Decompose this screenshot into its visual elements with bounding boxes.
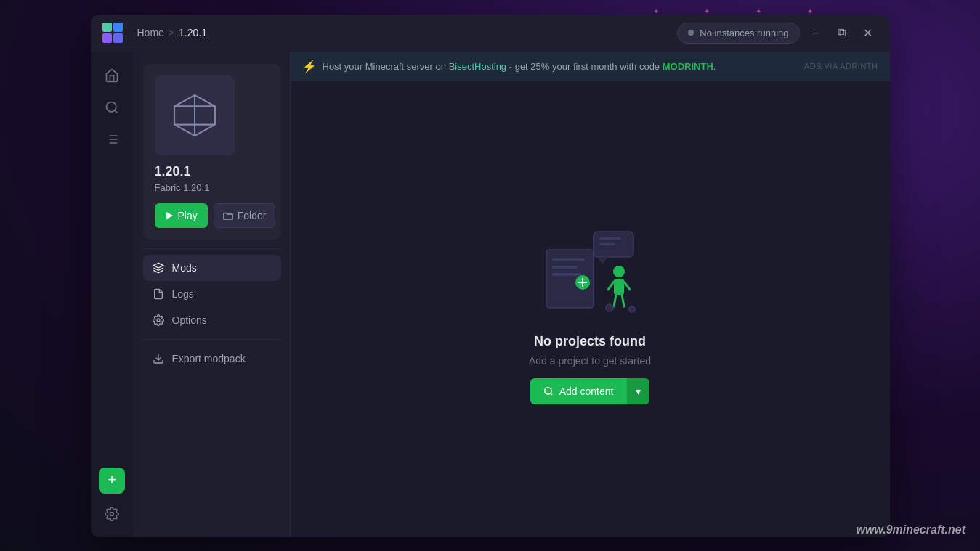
add-content-button[interactable]: Add content: [530, 378, 627, 404]
add-instance-button[interactable]: +: [99, 468, 125, 494]
instance-card: 1.20.1 Fabric 1.20.1 Play Folder: [143, 64, 281, 240]
breadcrumb: Home > 1.20.1: [137, 27, 207, 38]
svg-rect-26: [599, 243, 615, 245]
breadcrumb-current: 1.20.1: [179, 27, 207, 38]
instances-dot: [688, 30, 694, 36]
svg-line-1: [115, 110, 118, 113]
svg-rect-17: [552, 258, 585, 261]
svg-rect-19: [552, 273, 581, 276]
logo-sq-1: [102, 23, 112, 32]
svg-rect-25: [599, 237, 621, 240]
ad-promo: MODRINTH: [663, 61, 713, 72]
play-button[interactable]: Play: [155, 203, 208, 228]
export-icon: [152, 353, 165, 364]
options-icon: [152, 314, 165, 326]
logo-sq-3: [102, 33, 112, 43]
nav-item-options[interactable]: Options: [143, 307, 281, 333]
instance-version: Fabric 1.20.1: [155, 182, 270, 193]
watermark: www.9minecraft.net: [856, 523, 965, 536]
svg-point-27: [613, 266, 625, 277]
logo-sq-4: [113, 33, 123, 43]
nav-export-label: Export modpack: [172, 353, 246, 364]
minimize-button[interactable]: –: [806, 23, 826, 43]
breadcrumb-separator: >: [169, 27, 174, 38]
dropdown-chevron-icon: ▾: [636, 385, 641, 397]
ad-link[interactable]: BisectHosting: [449, 61, 506, 72]
instance-name: 1.20.1: [155, 164, 270, 179]
empty-title: No projects found: [534, 334, 646, 349]
ad-prefix: Host your Minecraft server on: [323, 61, 449, 72]
nav-logs-label: Logs: [172, 288, 194, 300]
logs-icon: [152, 288, 165, 300]
sidebar-bottom: +: [97, 468, 126, 528]
nav-item-mods[interactable]: Mods: [143, 255, 281, 281]
sidebar-settings-icon[interactable]: [97, 499, 126, 528]
empty-subtitle: Add a project to get started: [529, 355, 651, 367]
empty-illustration: [525, 213, 655, 322]
ad-label: ADS VIA ADRINTH: [804, 62, 878, 70]
ad-middle: - get 25% your first month with code: [506, 61, 663, 72]
breadcrumb-home[interactable]: Home: [137, 27, 164, 38]
logo-sq-2: [113, 23, 123, 32]
ad-banner: ⚡ Host your Minecraft server on BisectHo…: [291, 52, 890, 81]
add-content-dropdown-button[interactable]: ▾: [626, 378, 649, 404]
sidebar-search-icon[interactable]: [97, 93, 126, 122]
main-layout: +: [91, 52, 890, 537]
maximize-button[interactable]: ⧉: [832, 23, 852, 43]
ad-suffix: .: [713, 61, 716, 72]
svg-point-8: [110, 512, 114, 515]
instance-actions: Play Folder: [155, 203, 270, 228]
empty-state: No projects found Add a project to get s…: [529, 334, 651, 404]
mods-icon: [152, 262, 165, 274]
svg-line-32: [622, 295, 624, 306]
instance-icon: [155, 75, 235, 155]
svg-line-29: [608, 282, 614, 290]
nav-options-label: Options: [172, 314, 207, 326]
svg-line-30: [624, 282, 630, 290]
export-section: Export modpack: [143, 346, 281, 372]
svg-point-34: [629, 306, 635, 312]
title-bar-right: No instances running – ⧉ ✕: [677, 23, 878, 44]
svg-point-35: [544, 388, 551, 394]
app-logo: [102, 23, 123, 43]
play-icon: [165, 211, 174, 220]
folder-button[interactable]: Folder: [214, 203, 276, 228]
svg-point-33: [606, 304, 613, 311]
title-bar: Home > 1.20.1 No instances running – ⧉ ✕: [91, 15, 890, 52]
svg-rect-28: [614, 279, 624, 295]
sidebar-home-icon[interactable]: [97, 61, 126, 90]
add-content-group: Add content ▾: [530, 378, 650, 404]
svg-marker-13: [166, 212, 173, 219]
svg-line-31: [614, 295, 616, 306]
close-button[interactable]: ✕: [858, 23, 878, 43]
nav-mods-label: Mods: [172, 262, 197, 274]
ad-text: Host your Minecraft server on BisectHost…: [323, 61, 798, 72]
svg-point-0: [107, 102, 116, 111]
nav-item-logs[interactable]: Logs: [143, 281, 281, 307]
folder-icon: [223, 211, 233, 220]
nav-divider-top: [143, 248, 281, 249]
sidebar-library-icon[interactable]: [97, 125, 126, 154]
sidebar: +: [91, 52, 134, 537]
svg-marker-24: [597, 257, 608, 264]
svg-rect-18: [552, 266, 578, 269]
instances-label: No instances running: [700, 28, 788, 38]
nav-divider-bottom: [143, 339, 281, 340]
instances-badge: No instances running: [677, 23, 799, 44]
right-panel: ⚡ Host your Minecraft server on BisectHo…: [291, 52, 890, 537]
content-area: No projects found Add a project to get s…: [291, 81, 890, 537]
nav-item-export[interactable]: Export modpack: [143, 346, 281, 372]
left-panel: 1.20.1 Fabric 1.20.1 Play Folder: [134, 52, 291, 537]
ad-icon: ⚡: [302, 60, 317, 73]
svg-line-36: [550, 393, 552, 396]
search-add-icon: [543, 386, 554, 396]
svg-point-14: [157, 319, 160, 322]
